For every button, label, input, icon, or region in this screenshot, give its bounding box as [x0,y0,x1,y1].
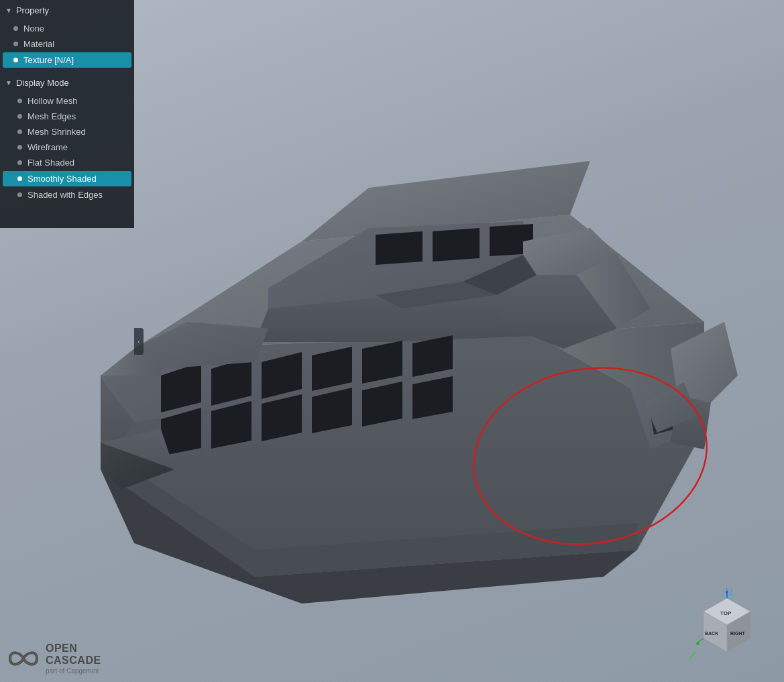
material-dot [13,42,18,46]
property-none[interactable]: None [0,21,134,36]
display-hollow-mesh[interactable]: Hollow Mesh [0,93,134,109]
logo: OPEN CASCADE part of Capgemini [7,642,101,675]
svg-text:Z: Z [729,589,733,596]
model-container [67,54,738,624]
display-wireframe[interactable]: Wireframe [0,139,134,155]
svg-text:BACK: BACK [705,631,718,636]
svg-marker-31 [134,322,268,369]
none-label: None [23,23,44,34]
texture-dot [13,58,18,62]
display-shaded-edges[interactable]: Shaded with Edges [0,187,134,203]
display-smoothly-shaded[interactable]: Smoothly Shaded [3,171,131,186]
logo-text: OPEN CASCADE part of Capgemini [46,642,101,675]
property-items: None Material Texture [N/A] [0,19,134,72]
none-dot [13,26,18,31]
flat-shaded-label: Flat Shaded [27,158,74,168]
svg-line-43 [690,652,695,659]
mesh-shrinked-label: Mesh Shrinked [27,127,86,137]
smoothly-shaded-dot [17,176,22,181]
texture-label: Texture [N/A] [23,55,74,65]
svg-text:X: X [690,661,695,662]
svg-marker-52 [726,590,728,593]
material-label: Material [23,39,54,49]
smoothly-shaded-label: Smoothly Shaded [27,174,97,184]
property-texture[interactable]: Texture [N/A] [3,52,131,68]
orientation-cube[interactable]: Z X TOP RIGHT BACK [690,588,764,662]
wireframe-dot [17,145,22,150]
display-mesh-shrinked[interactable]: Mesh Shrinked [0,124,134,139]
collapse-handle[interactable]: ‹ [134,328,144,355]
wireframe-label: Wireframe [27,142,68,152]
display-flat-shaded[interactable]: Flat Shaded [0,155,134,170]
display-mesh-edges[interactable]: Mesh Edges [0,109,134,124]
mesh-edges-label: Mesh Edges [27,111,76,121]
logo-cascade: CASCADE [46,655,101,667]
logo-open: OPEN [46,642,101,655]
display-mode-title: Display Mode [16,78,69,88]
left-panel: ▼ Property None Material Texture [N/A] ▼… [0,0,134,228]
shaded-edges-dot [17,192,22,197]
flat-shaded-dot [17,160,22,165]
mesh-shrinked-dot [17,129,22,134]
hollow-mesh-label: Hollow Mesh [27,96,77,106]
shaded-edges-label: Shaded with Edges [27,190,103,200]
svg-marker-22 [433,228,480,262]
collapse-icon: ‹ [137,337,140,345]
logo-capgemini: part of Capgemini [46,667,101,675]
display-mode-items: Hollow Mesh Mesh Edges Mesh Shrinked Wir… [0,92,134,207]
display-mode-arrow: ▼ [5,79,12,87]
property-section-header[interactable]: ▼ Property [0,0,134,19]
property-title: Property [16,5,49,15]
opencascade-logo-icon [7,642,40,675]
property-arrow: ▼ [5,7,12,14]
property-material[interactable]: Material [0,36,134,52]
mesh-edges-dot [17,114,22,119]
svg-marker-21 [376,231,423,265]
svg-text:TOP: TOP [720,610,732,616]
svg-text:RIGHT: RIGHT [730,631,746,636]
hollow-mesh-dot [17,99,22,103]
display-mode-section-header[interactable]: ▼ Display Mode [0,72,134,92]
